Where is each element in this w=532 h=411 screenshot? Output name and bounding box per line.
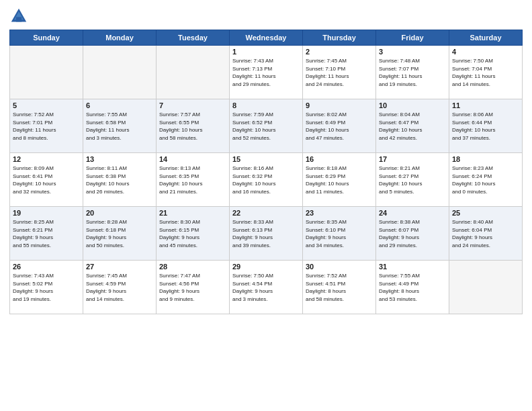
day-info: Sunrise: 8:16 AM Sunset: 6:32 PM Dayligh… xyxy=(232,165,300,195)
calendar-cell: 1Sunrise: 7:43 AM Sunset: 7:13 PM Daylig… xyxy=(230,46,303,99)
day-number: 22 xyxy=(232,209,300,217)
day-info: Sunrise: 8:09 AM Sunset: 6:41 PM Dayligh… xyxy=(13,165,80,195)
day-number: 21 xyxy=(159,209,226,217)
page-header xyxy=(9,7,523,26)
calendar-cell: 30Sunrise: 7:52 AM Sunset: 4:51 PM Dayli… xyxy=(303,261,376,314)
day-info: Sunrise: 8:38 AM Sunset: 6:07 PM Dayligh… xyxy=(379,218,446,249)
calendar-cell: 18Sunrise: 8:23 AM Sunset: 6:24 PM Dayli… xyxy=(449,153,523,207)
day-info: Sunrise: 8:21 AM Sunset: 6:27 PM Dayligh… xyxy=(379,165,446,195)
day-number: 9 xyxy=(306,101,373,109)
day-info: Sunrise: 8:18 AM Sunset: 6:29 PM Dayligh… xyxy=(306,165,373,195)
day-info: Sunrise: 8:40 AM Sunset: 6:04 PM Dayligh… xyxy=(452,218,519,249)
calendar-cell: 11Sunrise: 8:06 AM Sunset: 6:44 PM Dayli… xyxy=(449,99,523,153)
day-info: Sunrise: 8:28 AM Sunset: 6:18 PM Dayligh… xyxy=(86,218,153,249)
day-number: 30 xyxy=(306,263,373,271)
day-number: 5 xyxy=(13,101,80,109)
day-number: 28 xyxy=(159,263,226,271)
calendar-cell: 26Sunrise: 7:43 AM Sunset: 5:02 PM Dayli… xyxy=(10,261,83,314)
day-info: Sunrise: 7:55 AM Sunset: 6:58 PM Dayligh… xyxy=(86,111,153,142)
day-info: Sunrise: 7:50 AM Sunset: 7:04 PM Dayligh… xyxy=(452,57,519,88)
calendar-cell: 15Sunrise: 8:16 AM Sunset: 6:32 PM Dayli… xyxy=(230,153,303,207)
day-number: 3 xyxy=(379,48,446,56)
day-number: 13 xyxy=(86,155,153,163)
day-info: Sunrise: 7:48 AM Sunset: 7:07 PM Dayligh… xyxy=(379,57,446,88)
logo xyxy=(9,7,30,26)
calendar-cell: 2Sunrise: 7:45 AM Sunset: 7:10 PM Daylig… xyxy=(303,46,376,99)
calendar-table: SundayMondayTuesdayWednesdayThursdayFrid… xyxy=(9,30,523,314)
day-number: 23 xyxy=(306,209,373,217)
calendar-cell: 10Sunrise: 8:04 AM Sunset: 6:47 PM Dayli… xyxy=(376,99,449,153)
day-info: Sunrise: 8:23 AM Sunset: 6:24 PM Dayligh… xyxy=(452,165,519,195)
day-number: 16 xyxy=(306,155,373,163)
day-info: Sunrise: 8:35 AM Sunset: 6:10 PM Dayligh… xyxy=(306,218,373,249)
calendar-cell: 12Sunrise: 8:09 AM Sunset: 6:41 PM Dayli… xyxy=(10,153,83,207)
day-number: 14 xyxy=(159,155,226,163)
day-info: Sunrise: 7:57 AM Sunset: 6:55 PM Dayligh… xyxy=(159,111,226,142)
calendar-cell: 22Sunrise: 8:33 AM Sunset: 6:13 PM Dayli… xyxy=(230,207,303,261)
day-number: 17 xyxy=(379,155,446,163)
day-info: Sunrise: 7:59 AM Sunset: 6:52 PM Dayligh… xyxy=(232,111,300,142)
calendar-cell xyxy=(449,261,523,314)
calendar-cell: 14Sunrise: 8:13 AM Sunset: 6:35 PM Dayli… xyxy=(157,153,230,207)
day-info: Sunrise: 7:47 AM Sunset: 4:56 PM Dayligh… xyxy=(159,272,226,303)
calendar-cell xyxy=(10,46,83,99)
logo-icon xyxy=(9,7,28,26)
day-number: 11 xyxy=(452,101,519,109)
day-number: 4 xyxy=(452,48,519,56)
calendar-cell: 20Sunrise: 8:28 AM Sunset: 6:18 PM Dayli… xyxy=(83,207,157,261)
day-info: Sunrise: 8:11 AM Sunset: 6:38 PM Dayligh… xyxy=(86,165,153,195)
day-number: 27 xyxy=(86,263,153,271)
day-number: 7 xyxy=(159,101,226,109)
day-number: 18 xyxy=(452,155,519,163)
calendar-cell: 19Sunrise: 8:25 AM Sunset: 6:21 PM Dayli… xyxy=(10,207,83,261)
day-info: Sunrise: 8:13 AM Sunset: 6:35 PM Dayligh… xyxy=(159,165,226,195)
day-number: 8 xyxy=(232,101,300,109)
day-info: Sunrise: 8:06 AM Sunset: 6:44 PM Dayligh… xyxy=(452,111,519,142)
day-number: 2 xyxy=(306,48,373,56)
calendar-cell: 13Sunrise: 8:11 AM Sunset: 6:38 PM Dayli… xyxy=(83,153,157,207)
day-number: 31 xyxy=(379,263,446,271)
day-number: 25 xyxy=(452,209,519,217)
day-info: Sunrise: 7:52 AM Sunset: 4:51 PM Dayligh… xyxy=(306,272,373,303)
calendar-cell: 23Sunrise: 8:35 AM Sunset: 6:10 PM Dayli… xyxy=(303,207,376,261)
calendar-cell: 6Sunrise: 7:55 AM Sunset: 6:58 PM Daylig… xyxy=(83,99,157,153)
day-number: 15 xyxy=(232,155,300,163)
calendar-cell: 8Sunrise: 7:59 AM Sunset: 6:52 PM Daylig… xyxy=(230,99,303,153)
day-info: Sunrise: 7:45 AM Sunset: 7:10 PM Dayligh… xyxy=(306,57,373,88)
day-info: Sunrise: 8:30 AM Sunset: 6:15 PM Dayligh… xyxy=(159,218,226,249)
day-info: Sunrise: 7:45 AM Sunset: 4:59 PM Dayligh… xyxy=(86,272,153,303)
svg-rect-2 xyxy=(16,17,21,21)
calendar-cell: 28Sunrise: 7:47 AM Sunset: 4:56 PM Dayli… xyxy=(157,261,230,314)
day-info: Sunrise: 7:52 AM Sunset: 7:01 PM Dayligh… xyxy=(13,111,80,142)
day-info: Sunrise: 8:33 AM Sunset: 6:13 PM Dayligh… xyxy=(232,218,300,249)
calendar-cell: 29Sunrise: 7:50 AM Sunset: 4:54 PM Dayli… xyxy=(230,261,303,314)
day-number: 12 xyxy=(13,155,80,163)
day-info: Sunrise: 8:02 AM Sunset: 6:49 PM Dayligh… xyxy=(306,111,373,142)
calendar-cell: 4Sunrise: 7:50 AM Sunset: 7:04 PM Daylig… xyxy=(449,46,523,99)
calendar-week-row: 19Sunrise: 8:25 AM Sunset: 6:21 PM Dayli… xyxy=(10,207,523,261)
calendar-cell: 31Sunrise: 7:55 AM Sunset: 4:49 PM Dayli… xyxy=(376,261,449,314)
day-number: 29 xyxy=(232,263,300,271)
calendar-cell: 16Sunrise: 8:18 AM Sunset: 6:29 PM Dayli… xyxy=(303,153,376,207)
weekday-header-row: SundayMondayTuesdayWednesdayThursdayFrid… xyxy=(10,30,523,46)
calendar-cell xyxy=(83,46,157,99)
day-info: Sunrise: 7:43 AM Sunset: 7:13 PM Dayligh… xyxy=(232,57,300,88)
weekday-header-friday: Friday xyxy=(376,30,449,46)
calendar-cell: 7Sunrise: 7:57 AM Sunset: 6:55 PM Daylig… xyxy=(157,99,230,153)
day-info: Sunrise: 7:50 AM Sunset: 4:54 PM Dayligh… xyxy=(232,272,300,303)
weekday-header-thursday: Thursday xyxy=(303,30,376,46)
calendar-cell: 24Sunrise: 8:38 AM Sunset: 6:07 PM Dayli… xyxy=(376,207,449,261)
day-number: 20 xyxy=(86,209,153,217)
calendar-cell xyxy=(157,46,230,99)
weekday-header-tuesday: Tuesday xyxy=(157,30,230,46)
calendar-cell: 25Sunrise: 8:40 AM Sunset: 6:04 PM Dayli… xyxy=(449,207,523,261)
calendar-cell: 5Sunrise: 7:52 AM Sunset: 7:01 PM Daylig… xyxy=(10,99,83,153)
day-number: 10 xyxy=(379,101,446,109)
calendar-cell: 27Sunrise: 7:45 AM Sunset: 4:59 PM Dayli… xyxy=(83,261,157,314)
calendar-cell: 21Sunrise: 8:30 AM Sunset: 6:15 PM Dayli… xyxy=(157,207,230,261)
calendar-cell: 3Sunrise: 7:48 AM Sunset: 7:07 PM Daylig… xyxy=(376,46,449,99)
weekday-header-saturday: Saturday xyxy=(449,30,523,46)
weekday-header-monday: Monday xyxy=(83,30,157,46)
day-number: 19 xyxy=(13,209,80,217)
calendar-cell: 9Sunrise: 8:02 AM Sunset: 6:49 PM Daylig… xyxy=(303,99,376,153)
